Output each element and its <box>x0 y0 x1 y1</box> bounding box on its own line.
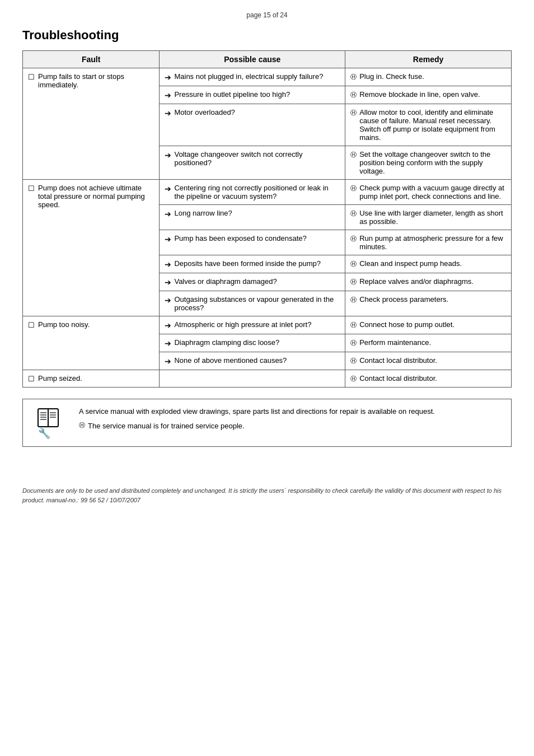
cause-cell-2-4: ➔ Deposits have been formed inside the p… <box>160 255 345 273</box>
cause-cell-4-empty <box>160 370 345 388</box>
fault-cell-3: ☐ Pump too noisy. <box>23 316 160 370</box>
fault-cell-1: ☐ Pump fails to start or stops immediate… <box>23 68 160 180</box>
cause-cell-1-2: ➔ Pressure in outlet pipeline too high? <box>160 86 345 104</box>
arrow-icon: ➔ <box>165 339 171 348</box>
arrow-icon: ➔ <box>165 260 171 269</box>
remedy-cell-1-3: Ⓗ Allow motor to cool, identify and elim… <box>345 104 512 146</box>
remedy-icon: Ⓗ <box>350 109 357 117</box>
cause-text-1-2: Pressure in outlet pipeline too high? <box>174 90 290 99</box>
service-manual-note: The service manual is for trained servic… <box>88 421 245 432</box>
table-row: ☐ Pump fails to start or stops immediate… <box>23 68 512 86</box>
table-row: ☐ Pump does not achieve ultimate total p… <box>23 180 512 205</box>
fault-text-1: Pump fails to start or stops immediately… <box>38 72 154 89</box>
cause-text-1-4: Voltage changeover switch not correctly … <box>174 150 340 167</box>
svg-text:🔧: 🔧 <box>38 427 51 440</box>
cause-cell-1-1: ➔ Mains not plugged in, electrical suppl… <box>160 68 345 86</box>
remedy-cell-2-4: Ⓗ Clean and inspect pump heads. <box>345 255 512 273</box>
remedy-cell-2-1: Ⓗ Check pump with a vacuum gauge directl… <box>345 180 512 205</box>
checkbox-icon: ☐ <box>28 321 35 329</box>
remedy-cell-1-4: Ⓗ Set the voltage changeover switch to t… <box>345 146 512 180</box>
remedy-icon: Ⓗ <box>350 357 357 365</box>
fault-text-3: Pump too noisy. <box>38 320 90 329</box>
cause-text-3-2: Diaphragm clamping disc loose? <box>174 338 279 347</box>
remedy-text-4-1: Contact local distributor. <box>359 374 437 382</box>
remedy-text-2-5: Replace valves and/or diaphragms. <box>359 277 474 286</box>
remedy-icon: Ⓗ <box>350 375 357 383</box>
remedy-cell-4-1: Ⓗ Contact local distributor. <box>345 370 512 388</box>
cause-text-2-4: Deposits have been formed inside the pum… <box>174 259 321 268</box>
book-wrench-icon: 🔧 <box>34 406 67 440</box>
remedy-text-1-2: Remove blockade in line, open valve. <box>359 90 480 99</box>
checkbox-icon: ☐ <box>28 184 35 193</box>
remedy-cell-2-3: Ⓗ Run pump at atmospheric pressure for a… <box>345 230 512 255</box>
remedy-icon: Ⓗ <box>350 209 357 218</box>
remedy-text-1-1: Plug in. Check fuse. <box>359 72 424 81</box>
remedy-text-2-3: Run pump at atmospheric pressure for a f… <box>359 234 506 251</box>
remedy-text-3-2: Perform maintenance. <box>359 338 431 347</box>
remedy-cell-2-5: Ⓗ Replace valves and/or diaphragms. <box>345 273 512 291</box>
remedy-icon: Ⓗ <box>350 91 357 99</box>
remedy-text-3-1: Connect hose to pump outlet. <box>359 320 455 329</box>
remedy-cell-2-2: Ⓗ Use line with larger diameter, length … <box>345 205 512 230</box>
cause-cell-2-2: ➔ Long narrow line? <box>160 205 345 230</box>
page-number: page 15 of 24 <box>22 11 512 19</box>
cause-cell-1-4: ➔ Voltage changeover switch not correctl… <box>160 146 345 180</box>
arrow-icon: ➔ <box>165 73 171 82</box>
remedy-icon: Ⓗ <box>350 339 357 347</box>
service-manual-icon: 🔧 <box>31 406 70 440</box>
cause-cell-3-3: ➔ None of above mentioned causes? <box>160 352 345 370</box>
checkbox-icon: ☐ <box>28 375 35 383</box>
remedy-cell-3-1: Ⓗ Connect hose to pump outlet. <box>345 316 512 334</box>
remedy-icon: Ⓗ <box>350 235 357 243</box>
cause-cell-2-3: ➔ Pump has been exposed to condensate? <box>160 230 345 255</box>
service-manual-text: A service manual with exploded view draw… <box>79 406 435 417</box>
arrow-icon: ➔ <box>165 278 171 287</box>
troubleshooting-table: Fault Possible cause Remedy ☐ Pump fails… <box>22 50 512 388</box>
remedy-icon: Ⓗ <box>350 184 357 193</box>
remedy-text-2-2: Use line with larger diameter, length as… <box>359 209 506 226</box>
remedy-icon: Ⓗ <box>350 73 357 81</box>
remedy-cell-3-3: Ⓗ Contact local distributor. <box>345 352 512 370</box>
cause-text-2-1: Centering ring not correctly positioned … <box>174 184 340 200</box>
remedy-text-1-3: Allow motor to cool, identify and elimin… <box>359 108 506 142</box>
remedy-text-2-1: Check pump with a vacuum gauge directly … <box>359 184 506 200</box>
table-row: ☐ Pump seized. Ⓗ Contact local distribut… <box>23 370 512 388</box>
remedy-text-2-6: Check process parameters. <box>359 295 448 304</box>
arrow-icon: ➔ <box>165 91 171 100</box>
cause-text-2-3: Pump has been exposed to condensate? <box>174 234 306 242</box>
checkbox-icon: ☐ <box>28 73 35 81</box>
cause-cell-2-1: ➔ Centering ring not correctly positione… <box>160 180 345 205</box>
arrow-icon: ➔ <box>165 209 171 218</box>
remedy-icon: Ⓗ <box>350 260 357 268</box>
remedy-icon: Ⓗ <box>350 151 357 159</box>
arrow-icon: ➔ <box>165 296 171 305</box>
col-header-fault: Fault <box>23 51 160 68</box>
fault-text-4: Pump seized. <box>38 374 82 382</box>
cause-text-1-3: Motor overloaded? <box>174 108 235 116</box>
cause-cell-3-2: ➔ Diaphragm clamping disc loose? <box>160 334 345 352</box>
arrow-icon: ➔ <box>165 357 171 366</box>
cause-cell-3-1: ➔ Atmospheric or high pressure at inlet … <box>160 316 345 334</box>
arrow-icon: ➔ <box>165 184 171 193</box>
remedy-text-1-4: Set the voltage changeover switch to the… <box>359 150 506 175</box>
footer: Documents are only to be used and distri… <box>22 464 512 505</box>
remedy-icon: Ⓗ <box>350 321 357 329</box>
cause-cell-2-6: ➔ Outgasing substances or vapour generat… <box>160 291 345 316</box>
page-title: Troubleshooting <box>22 28 512 43</box>
cause-text-3-1: Atmospheric or high pressure at inlet po… <box>174 320 311 329</box>
fault-cell-4: ☐ Pump seized. <box>23 370 160 388</box>
cause-text-2-6: Outgasing substances or vapour generated… <box>174 295 340 312</box>
arrow-icon: ➔ <box>165 151 171 160</box>
service-manual-box: 🔧 A service manual with exploded view dr… <box>22 399 512 447</box>
cause-cell-1-3: ➔ Motor overloaded? <box>160 104 345 146</box>
remedy-cell-1-2: Ⓗ Remove blockade in line, open valve. <box>345 86 512 104</box>
note-icon: Ⓗ <box>79 421 85 430</box>
footer-text: Documents are only to be used and distri… <box>22 486 512 505</box>
remedy-icon: Ⓗ <box>350 296 357 304</box>
remedy-cell-3-2: Ⓗ Perform maintenance. <box>345 334 512 352</box>
arrow-icon: ➔ <box>165 321 171 330</box>
cause-text-2-5: Valves or diaphragm damaged? <box>174 277 277 286</box>
arrow-icon: ➔ <box>165 109 171 118</box>
remedy-icon: Ⓗ <box>350 278 357 286</box>
cause-text-1-1: Mains not plugged in, electrical supply … <box>174 72 323 81</box>
